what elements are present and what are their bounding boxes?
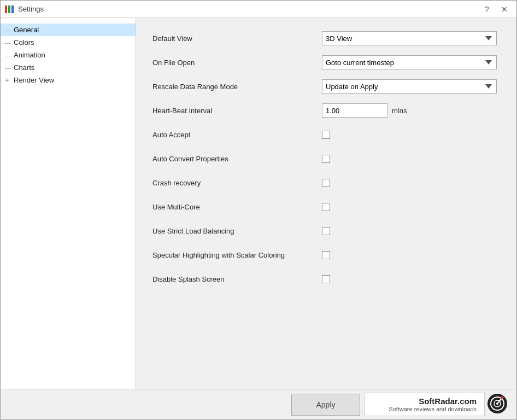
app-icon [5, 5, 15, 13]
control-crash-recovery [322, 179, 500, 187]
checkbox-specular-highlighting[interactable] [322, 251, 330, 259]
control-rescale-data-range: Update on Apply Always Never Grow only [322, 79, 500, 94]
setting-crash-recovery: Crash recovery [152, 176, 500, 190]
setting-on-file-open: On File Open Goto current timestep Load … [152, 55, 500, 69]
control-on-file-open: Goto current timestep Load all timesteps… [322, 55, 500, 69]
checkbox-crash-recovery[interactable] [322, 179, 330, 187]
svg-point-5 [501, 396, 504, 399]
setting-rescale-data-range: Rescale Data Range Mode Update on Apply … [152, 79, 500, 94]
help-button[interactable]: ? [479, 3, 495, 15]
control-specular-highlighting [322, 251, 500, 259]
sidebar-label-general: General [14, 26, 39, 34]
label-auto-accept: Auto Accept [152, 131, 322, 139]
label-use-multi-core: Use Multi-Core [152, 203, 322, 211]
apply-button[interactable]: Apply [291, 394, 360, 416]
label-auto-convert-properties: Auto Convert Properties [152, 155, 322, 163]
checkbox-use-multi-core[interactable] [322, 203, 330, 211]
sidebar-label-charts: Charts [14, 63, 34, 72]
sidebar-label-animation: Animation [14, 51, 45, 59]
input-heartbeat-interval[interactable] [322, 103, 387, 118]
setting-use-multi-core: Use Multi-Core [152, 200, 500, 214]
sidebar-label-colors: Colors [14, 38, 34, 46]
label-default-view: Default View [152, 34, 322, 43]
label-disable-splash-screen: Disable Splash Screen [152, 275, 322, 283]
control-use-strict-load-balancing [322, 227, 500, 235]
setting-auto-accept: Auto Accept [152, 127, 500, 142]
window-controls: ? ✕ [479, 3, 512, 15]
setting-specular-highlighting: Specular Highlighting with Scalar Colori… [152, 248, 500, 262]
setting-heartbeat-interval: Heart-Beat Interval mins [152, 103, 500, 118]
sidebar-label-render-view: Render View [14, 76, 54, 84]
label-rescale-data-range: Rescale Data Range Mode [152, 83, 322, 91]
control-default-view: 3D View 2D View SpreadSheet View [322, 31, 500, 45]
radar-icon [487, 393, 508, 416]
watermark-name: SoftRadar.com [419, 396, 477, 406]
bottom-bar: Apply SoftRadar.com Software reviews and… [1, 389, 516, 419]
checkbox-use-strict-load-balancing[interactable] [322, 227, 330, 235]
control-heartbeat-interval: mins [322, 103, 500, 118]
sidebar-item-colors[interactable]: Colors [1, 36, 136, 49]
setting-default-view: Default View 3D View 2D View SpreadSheet… [152, 31, 500, 45]
setting-use-strict-load-balancing: Use Strict Load Balancing [152, 224, 500, 238]
window-title: Settings [18, 5, 479, 13]
sidebar-item-render-view[interactable]: Render View [1, 74, 136, 86]
label-specular-highlighting: Specular Highlighting with Scalar Colori… [152, 251, 322, 259]
label-on-file-open: On File Open [152, 59, 322, 67]
settings-window: Settings ? ✕ General Colors Animation Ch… [0, 0, 517, 420]
control-disable-splash-screen [322, 275, 500, 283]
checkbox-disable-splash-screen[interactable] [322, 275, 330, 283]
sidebar-item-animation[interactable]: Animation [1, 49, 136, 61]
title-bar: Settings ? ✕ [1, 1, 516, 18]
setting-auto-convert-properties: Auto Convert Properties [152, 151, 500, 166]
label-heartbeat-interval: Heart-Beat Interval [152, 107, 322, 115]
setting-disable-splash-screen: Disable Splash Screen [152, 272, 500, 286]
sidebar-item-general[interactable]: General [1, 24, 136, 36]
label-use-strict-load-balancing: Use Strict Load Balancing [152, 227, 322, 235]
close-button[interactable]: ✕ [497, 3, 512, 15]
select-rescale-data-range[interactable]: Update on Apply Always Never Grow only [322, 79, 497, 94]
sidebar: General Colors Animation Charts Render V… [1, 18, 136, 389]
select-default-view[interactable]: 3D View 2D View SpreadSheet View [322, 31, 497, 45]
label-crash-recovery: Crash recovery [152, 179, 322, 187]
unit-heartbeat: mins [392, 107, 407, 115]
content-area: General Colors Animation Charts Render V… [1, 18, 516, 389]
control-auto-accept [322, 131, 500, 139]
main-panel: Default View 3D View 2D View SpreadSheet… [136, 18, 516, 389]
checkbox-auto-convert-properties[interactable] [322, 155, 330, 163]
sidebar-item-charts[interactable]: Charts [1, 61, 136, 74]
watermark-sub: Software reviews and downloads [389, 406, 477, 412]
control-auto-convert-properties [322, 155, 500, 163]
select-on-file-open[interactable]: Goto current timestep Load all timesteps… [322, 55, 497, 69]
control-use-multi-core [322, 203, 500, 211]
checkbox-auto-accept[interactable] [322, 131, 330, 139]
